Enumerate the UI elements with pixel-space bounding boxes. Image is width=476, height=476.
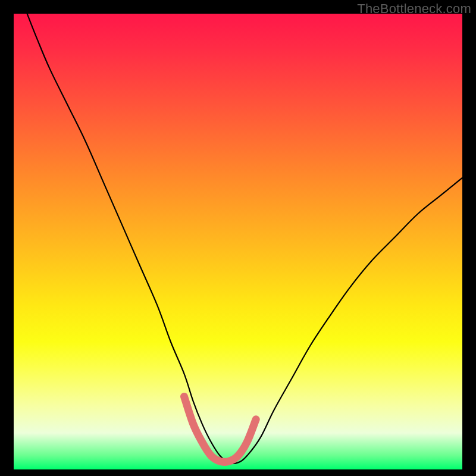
bottleneck-curve-path (27, 14, 462, 464)
curve-svg (14, 14, 462, 469)
plot-area (14, 14, 462, 469)
watermark-label: TheBottleneck.com (357, 1, 471, 17)
chart-frame: TheBottleneck.com (0, 0, 476, 476)
